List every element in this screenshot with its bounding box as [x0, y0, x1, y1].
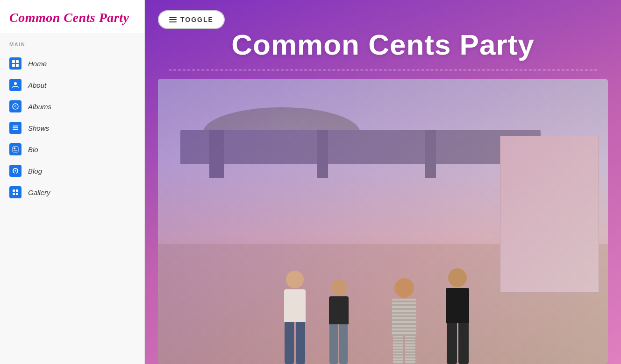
hero-title: Common Cents Party — [145, 0, 621, 61]
shows-icon — [9, 122, 21, 134]
toggle-label: TOGGLE — [180, 16, 214, 23]
svg-rect-17 — [16, 189, 18, 192]
svg-rect-20 — [169, 17, 177, 18]
svg-rect-16 — [13, 189, 15, 192]
sidebar-item-gallery[interactable]: Gallery — [0, 182, 144, 203]
svg-rect-14 — [14, 150, 17, 151]
toggle-button[interactable]: TOGGLE — [158, 10, 225, 29]
sidebar-item-albums-label: Albums — [28, 103, 51, 111]
scene-color-overlay — [158, 79, 608, 364]
sidebar-item-home-label: Home — [28, 60, 47, 68]
hero-image-container — [158, 79, 608, 364]
svg-rect-2 — [12, 64, 15, 67]
svg-point-4 — [14, 82, 17, 85]
hamburger-icon — [169, 17, 177, 22]
about-icon — [9, 79, 21, 91]
gallery-icon — [9, 186, 21, 198]
svg-rect-22 — [169, 21, 177, 22]
svg-rect-9 — [13, 126, 18, 126]
svg-rect-3 — [16, 64, 19, 67]
sidebar-item-about-label: About — [28, 81, 46, 89]
bio-icon — [9, 143, 21, 155]
sidebar-item-home[interactable]: Home — [0, 53, 144, 74]
svg-rect-1 — [16, 60, 19, 63]
sidebar-nav: Home About Albums — [0, 51, 144, 205]
sidebar-section-label: MAIN — [0, 34, 144, 51]
sidebar-item-blog-label: Blog — [28, 167, 42, 175]
svg-point-15 — [15, 170, 16, 172]
sidebar-item-bio[interactable]: Bio — [0, 139, 144, 160]
sidebar-item-bio-label: Bio — [28, 146, 38, 154]
hero-divider — [169, 70, 597, 70]
svg-rect-12 — [13, 147, 18, 152]
sidebar-item-gallery-label: Gallery — [28, 189, 50, 196]
sidebar-item-albums[interactable]: Albums — [0, 96, 144, 117]
brand-title: Common Cents Party — [9, 10, 129, 25]
sidebar-item-shows[interactable]: Shows — [0, 117, 144, 139]
hero-image — [158, 79, 608, 364]
sidebar-item-about[interactable]: About — [0, 74, 144, 96]
sidebar-item-shows-label: Shows — [28, 124, 49, 132]
svg-rect-10 — [13, 127, 18, 128]
sidebar-item-blog[interactable]: Blog — [0, 160, 144, 182]
main-content: TOGGLE Common Cents Party — [145, 0, 621, 364]
blog-icon — [9, 165, 21, 177]
svg-rect-19 — [16, 193, 18, 195]
sidebar-logo-container: Common Cents Party — [0, 0, 144, 34]
svg-rect-0 — [12, 60, 15, 63]
svg-rect-21 — [169, 19, 177, 20]
svg-point-8 — [15, 106, 16, 107]
sidebar: Common Cents Party MAIN Home — [0, 0, 145, 364]
home-icon — [9, 57, 21, 70]
svg-point-13 — [14, 147, 15, 149]
svg-rect-11 — [13, 129, 18, 130]
svg-rect-18 — [13, 193, 15, 195]
albums-icon — [9, 100, 21, 112]
